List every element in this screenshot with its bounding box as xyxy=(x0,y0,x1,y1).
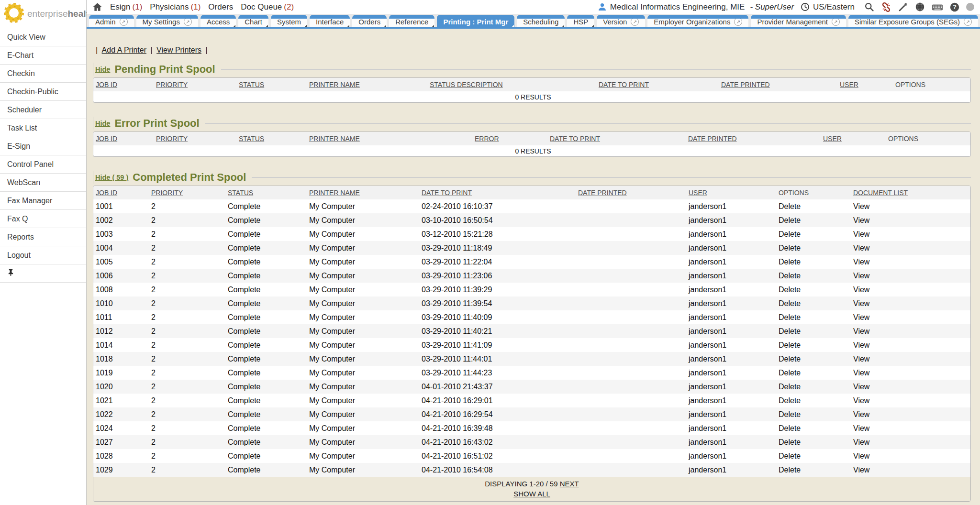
timezone-label[interactable]: US/Eastern xyxy=(813,2,855,12)
sidebar-item-e-sign[interactable]: E-Sign xyxy=(0,137,86,155)
help-icon[interactable]: ? xyxy=(950,2,959,12)
sort-link[interactable]: USER xyxy=(823,135,842,143)
delete-link[interactable]: Delete xyxy=(779,424,801,432)
sort-link[interactable]: PRIORITY xyxy=(156,81,188,88)
delete-link[interactable]: Delete xyxy=(779,327,801,335)
sort-link[interactable]: JOB ID xyxy=(96,81,117,88)
view-link[interactable]: View xyxy=(853,313,869,321)
hide-link[interactable]: Hide xyxy=(95,66,110,73)
search-icon[interactable] xyxy=(864,2,874,12)
sort-link[interactable]: STATUS xyxy=(228,189,253,197)
sidebar-item-quick-view[interactable]: Quick View xyxy=(0,28,86,46)
sidebar-item-fax-q[interactable]: Fax Q xyxy=(0,210,86,228)
tab-system[interactable]: System xyxy=(271,15,307,27)
tab-version[interactable]: Version↗ xyxy=(597,15,645,27)
tab-admin[interactable]: Admin↗ xyxy=(89,15,134,27)
wand-icon[interactable] xyxy=(898,2,908,12)
sort-link[interactable]: STATUS xyxy=(239,81,264,88)
sidebar-item-checkin[interactable]: Checkin xyxy=(0,65,86,83)
tab-provider-management[interactable]: Provider Management↗ xyxy=(751,15,846,27)
sort-link[interactable]: JOB ID xyxy=(96,135,117,143)
sort-link[interactable]: PRINTER NAME xyxy=(309,189,360,197)
tab-reference[interactable]: Reference xyxy=(389,15,434,27)
sidebar-item-fax-manager[interactable]: Fax Manager xyxy=(0,192,86,210)
home-icon[interactable] xyxy=(92,2,102,12)
sort-link[interactable]: DATE PRINTED xyxy=(688,135,737,143)
sort-link[interactable]: PRINTER NAME xyxy=(309,135,360,143)
nav-item-esign[interactable]: Esign(1) xyxy=(110,2,142,11)
sort-link[interactable]: USER xyxy=(689,189,707,197)
view-link[interactable]: View xyxy=(853,369,869,377)
view-link[interactable]: View xyxy=(853,452,869,460)
nav-item-doc-queue[interactable]: Doc Queue(2) xyxy=(241,2,294,11)
delete-link[interactable]: Delete xyxy=(779,466,801,474)
tab-my-settings[interactable]: My Settings↗ xyxy=(136,15,198,27)
delete-link[interactable]: Delete xyxy=(779,396,801,405)
delete-link[interactable]: Delete xyxy=(779,452,801,460)
sort-link[interactable]: ERROR xyxy=(475,135,499,143)
tab-similar-exposure-groups-segs[interactable]: Similar Exposure Groups (SEGs)↗ xyxy=(848,15,978,27)
organization-name[interactable]: Medical Informatics Engineering, MIE xyxy=(610,2,745,12)
view-link[interactable]: View xyxy=(853,285,869,294)
sort-link[interactable]: STATUS xyxy=(239,135,264,143)
delete-link[interactable]: Delete xyxy=(779,383,801,391)
tab-hsp[interactable]: HSP xyxy=(567,15,594,27)
tab-employer-organizations[interactable]: Employer Organizations↗ xyxy=(647,15,748,27)
sort-link[interactable]: DATE TO PRINT xyxy=(599,81,649,88)
sidebar-item-control-panel[interactable]: Control Panel xyxy=(0,155,86,174)
sort-link[interactable]: DATE TO PRINT xyxy=(550,135,600,143)
view-link[interactable]: View xyxy=(853,466,869,474)
delete-link[interactable]: Delete xyxy=(779,230,801,238)
view-link[interactable]: View xyxy=(853,299,869,307)
tab-printing-print-mgr[interactable]: Printing : Print Mgr xyxy=(437,15,514,27)
keyboard-icon[interactable] xyxy=(932,2,943,12)
view-link[interactable]: View xyxy=(853,341,869,349)
hide-link[interactable]: Hide xyxy=(95,120,110,127)
broken-link-icon[interactable] xyxy=(881,2,891,12)
sidebar-item-e-chart[interactable]: E-Chart xyxy=(0,46,86,65)
delete-link[interactable]: Delete xyxy=(779,299,801,307)
sort-link[interactable]: JOB ID xyxy=(96,189,117,197)
view-link[interactable]: View xyxy=(853,383,869,391)
delete-link[interactable]: Delete xyxy=(779,285,801,294)
delete-link[interactable]: Delete xyxy=(779,258,801,266)
view-link[interactable]: View xyxy=(853,202,869,210)
view-printers-link[interactable]: View Printers xyxy=(156,46,201,54)
view-link[interactable]: View xyxy=(853,258,869,266)
sidebar-item-webscan[interactable]: WebScan xyxy=(0,174,86,192)
next-page-link[interactable]: NEXT xyxy=(560,480,579,488)
delete-link[interactable]: Delete xyxy=(779,244,801,252)
view-link[interactable]: View xyxy=(853,216,869,224)
view-link[interactable]: View xyxy=(853,244,869,252)
sidebar-pin[interactable] xyxy=(0,264,86,283)
sort-link[interactable]: DOCUMENT LIST xyxy=(853,189,908,197)
view-link[interactable]: View xyxy=(853,230,869,238)
view-link[interactable]: View xyxy=(853,424,869,432)
show-all-link[interactable]: SHOW ALL xyxy=(513,490,550,498)
hide-link[interactable]: Hide ( 59 ) xyxy=(95,174,128,181)
sort-link[interactable]: PRINTER NAME xyxy=(309,81,360,88)
sort-link[interactable]: DATE TO PRINT xyxy=(422,189,472,197)
view-link[interactable]: View xyxy=(853,272,869,280)
sort-link[interactable]: USER xyxy=(840,81,858,88)
delete-link[interactable]: Delete xyxy=(779,438,801,446)
delete-link[interactable]: Delete xyxy=(779,202,801,210)
delete-link[interactable]: Delete xyxy=(779,341,801,349)
add-printer-link[interactable]: Add A Printer xyxy=(102,46,146,54)
tab-access[interactable]: Access xyxy=(200,15,236,27)
sidebar-item-reports[interactable]: Reports xyxy=(0,228,86,246)
view-link[interactable]: View xyxy=(853,438,869,446)
delete-link[interactable]: Delete xyxy=(779,355,801,363)
tab-chart[interactable]: Chart xyxy=(238,15,268,27)
sidebar-item-task-list[interactable]: Task List xyxy=(0,119,86,137)
tab-interface[interactable]: Interface xyxy=(310,15,350,27)
sort-link[interactable]: DATE PRINTED xyxy=(578,189,627,197)
globe-icon[interactable] xyxy=(915,2,925,12)
sidebar-item-scheduler[interactable]: Scheduler xyxy=(0,101,86,119)
sort-link[interactable]: DATE PRINTED xyxy=(721,81,770,88)
delete-link[interactable]: Delete xyxy=(779,272,801,280)
view-link[interactable]: View xyxy=(853,396,869,405)
sort-link[interactable]: STATUS DESCRIPTION xyxy=(430,81,503,88)
delete-link[interactable]: Delete xyxy=(779,216,801,224)
delete-link[interactable]: Delete xyxy=(779,410,801,418)
